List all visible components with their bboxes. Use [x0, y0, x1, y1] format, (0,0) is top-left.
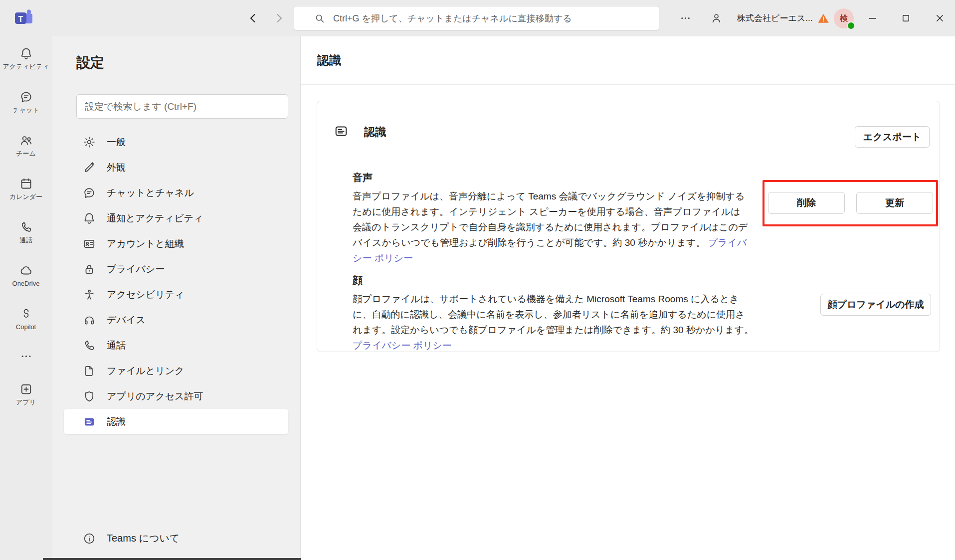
settings-item-label: ファイルとリンク	[107, 365, 185, 377]
page-header: 認識	[301, 36, 955, 85]
settings-item-label: アカウントと組織	[107, 237, 184, 250]
settings-item-label: 外観	[107, 161, 126, 174]
accessibility-icon	[83, 288, 96, 301]
rail-item-label: 通話	[19, 237, 32, 243]
settings-item-label: デバイス	[107, 314, 146, 327]
gear-icon	[83, 136, 96, 149]
rail-item-more[interactable]	[0, 340, 52, 372]
rail-item-chat[interactable]: チャット	[0, 80, 52, 123]
settings-item-general[interactable]: 一般	[64, 129, 288, 155]
face-section-heading: 顔	[353, 274, 363, 287]
rail-item-label: Copilot	[16, 324, 36, 330]
info-icon	[83, 532, 96, 545]
shield-icon	[83, 390, 96, 403]
settings-item-label: 一般	[107, 136, 126, 149]
delete-voice-profile-button[interactable]: 削除	[768, 192, 845, 214]
file-icon	[83, 365, 96, 377]
page-title: 認識	[317, 52, 341, 68]
more-options-icon[interactable]	[679, 12, 692, 24]
avatar[interactable]: 検	[834, 8, 854, 28]
settings-title: 設定	[76, 53, 104, 72]
rail-item-onedrive[interactable]: OneDrive	[0, 253, 52, 297]
copilot-icon	[19, 307, 33, 321]
rail-item-label: アクティビティ	[2, 63, 49, 70]
export-button[interactable]: エクスポート	[855, 126, 930, 148]
svg-text:T: T	[18, 15, 23, 23]
settings-item-recognition[interactable]: 認識	[64, 409, 288, 434]
settings-item-label: チャットとチャネル	[107, 187, 194, 199]
voice-description: 音声プロファイルは、音声分離によって Teams 会議でバックグラウンド ノイズ…	[353, 188, 749, 266]
bell-icon	[83, 212, 96, 225]
global-search-input[interactable]: Ctrl+G を押して、チャットまたはチャネルに直接移動する	[294, 6, 659, 30]
id-card-icon	[83, 237, 96, 250]
cloud-icon	[19, 264, 33, 277]
people-icon	[19, 134, 33, 147]
voice-section-heading: 音声	[353, 171, 373, 185]
settings-item-privacy[interactable]: プライバシー	[64, 256, 288, 282]
main-content: 認識 認識 エクスポート 音声 音声プロファイルは、音声分離によって Teams…	[300, 36, 955, 560]
rail-item-label: チーム	[16, 150, 36, 157]
settings-item-devices[interactable]: デバイス	[64, 307, 288, 333]
rail-item-calls[interactable]: 通話	[0, 210, 52, 253]
about-teams-item[interactable]: Teams について	[83, 532, 180, 545]
recognition-card: 認識 エクスポート 音声 音声プロファイルは、音声分離によって Teams 会議…	[317, 101, 940, 352]
settings-sidebar: 設定 一般外観チャットとチャネル通知とアクティビティアカウントと組織プライバシー…	[52, 36, 300, 560]
settings-item-accounts[interactable]: アカウントと組織	[64, 231, 288, 256]
settings-item-accessibility[interactable]: アクセシビリティ	[64, 282, 288, 307]
organization-name[interactable]: 株式会社ピーエス...	[737, 0, 812, 36]
close-icon[interactable]	[934, 12, 946, 24]
voice-description-text: 音声プロファイルは、音声分離によって Teams 会議でバックグラウンド ノイズ…	[353, 191, 748, 248]
settings-item-chats-channels[interactable]: チャットとチャネル	[64, 180, 288, 205]
ellipsis-icon	[19, 350, 33, 363]
card-title: 認識	[364, 125, 386, 140]
settings-item-notifications[interactable]: 通知とアクティビティ	[64, 205, 288, 231]
settings-item-files-links[interactable]: ファイルとリンク	[64, 358, 288, 383]
rail-item-label: OneDrive	[12, 280, 40, 287]
teams-logo-icon[interactable]: T	[13, 7, 35, 29]
wand-icon	[83, 161, 96, 174]
rail-item-label: アプリ	[16, 399, 36, 405]
avatar-initial: 検	[840, 13, 848, 24]
headset-icon	[83, 314, 96, 327]
settings-item-app-permissions[interactable]: アプリのアクセス許可	[64, 383, 288, 409]
titlebar: T Ctrl+G を押して、チャットまたはチャネルに直接移動する 株式会社ピーエ…	[0, 0, 955, 36]
people-icon[interactable]	[710, 12, 723, 24]
app-rail: アクティビティチャットチームカレンダー通話OneDriveCopilotアプリ	[0, 36, 52, 560]
back-icon[interactable]	[246, 11, 260, 25]
rail-item-label: チャット	[12, 107, 39, 113]
maximize-icon[interactable]	[900, 12, 912, 24]
settings-nav: 一般外観チャットとチャネル通知とアクティビティアカウントと組織プライバシーアクセ…	[64, 129, 288, 434]
settings-search-input[interactable]	[76, 94, 288, 119]
phone-icon	[19, 220, 33, 234]
settings-item-label: 通知とアクティビティ	[107, 212, 203, 225]
chat-icon	[83, 187, 96, 199]
presence-available-badge	[847, 21, 855, 30]
lock-icon	[83, 263, 96, 276]
create-face-profile-button[interactable]: 顔プロファイルの作成	[820, 294, 931, 316]
about-teams-label: Teams について	[107, 532, 180, 545]
settings-item-calls[interactable]: 通話	[64, 333, 288, 358]
rail-item-teams[interactable]: チーム	[0, 123, 52, 167]
update-voice-profile-button[interactable]: 更新	[856, 192, 933, 214]
rail-item-copilot[interactable]: Copilot	[0, 297, 52, 340]
rail-item-calendar[interactable]: カレンダー	[0, 167, 52, 210]
settings-item-label: 認識	[107, 415, 126, 428]
settings-item-label: アプリのアクセス許可	[107, 390, 203, 403]
window-bottom-edge	[43, 558, 301, 560]
minimize-icon[interactable]	[866, 12, 879, 24]
bell-icon	[19, 47, 33, 60]
global-search-placeholder: Ctrl+G を押して、チャットまたはチャネルに直接移動する	[333, 12, 572, 24]
warning-icon[interactable]	[817, 12, 830, 25]
recognition-icon	[83, 415, 96, 428]
rail-item-label: カレンダー	[9, 193, 42, 200]
face-privacy-policy-link[interactable]: プライバシー ポリシー	[353, 340, 452, 351]
settings-item-label: プライバシー	[107, 263, 165, 276]
settings-item-appearance[interactable]: 外観	[64, 155, 288, 180]
recognition-icon	[334, 124, 349, 139]
face-description-text: 顔プロファイルは、サポートされている機器を備えた Microsoft Teams…	[353, 294, 754, 335]
apps-icon	[19, 382, 33, 396]
rail-item-activity[interactable]: アクティビティ	[0, 36, 52, 80]
rail-item-apps[interactable]: アプリ	[0, 372, 52, 415]
forward-icon[interactable]	[272, 11, 286, 25]
phone-icon	[83, 339, 96, 352]
